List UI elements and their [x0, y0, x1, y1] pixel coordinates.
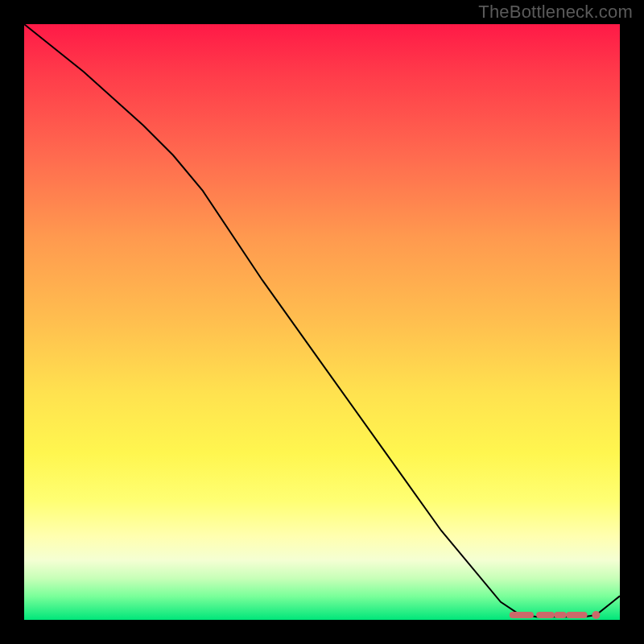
optimal-region-marker: [513, 611, 601, 619]
chart-overlay: [24, 24, 620, 620]
marker-dot: [592, 611, 600, 619]
watermark-text: TheBottleneck.com: [478, 2, 633, 23]
chart-frame: TheBottleneck.com: [0, 0, 644, 644]
bottleneck-curve: [24, 24, 620, 617]
